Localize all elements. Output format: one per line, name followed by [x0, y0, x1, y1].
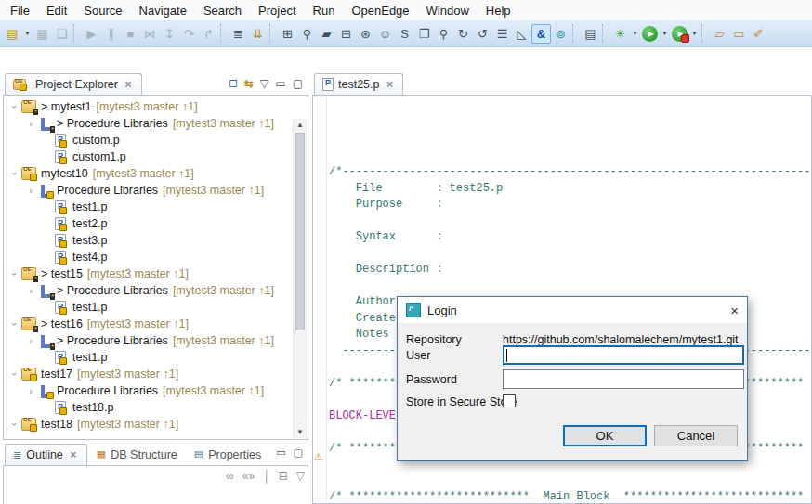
expander-icon[interactable]	[8, 101, 21, 112]
password-input[interactable]	[503, 369, 744, 389]
close-icon[interactable]	[730, 303, 739, 318]
view-menu-icon[interactable]: ▽	[296, 470, 305, 483]
tree-item[interactable]: mytest10 [mytest3 master ↑1]	[5, 165, 293, 182]
maximize-icon[interactable]: ▢	[293, 77, 303, 90]
menu-source[interactable]: Source	[75, 1, 130, 20]
tree-item[interactable]: test18.p	[5, 399, 293, 416]
filter-connections-icon[interactable]: ∞	[226, 470, 234, 483]
person-icon[interactable]: ☺	[375, 24, 395, 44]
ampersand-icon[interactable]: &	[531, 24, 551, 44]
web-icon[interactable]: ⊚	[551, 24, 570, 44]
tree-item[interactable]: test1.p	[5, 199, 293, 215]
menu-file[interactable]: File	[2, 1, 38, 20]
menu-help[interactable]: Help	[478, 1, 519, 20]
minimize-icon[interactable]: ▭	[275, 77, 285, 90]
debug-icon[interactable]: ✳	[610, 24, 630, 44]
collapse-all-icon[interactable]: ⊟	[279, 470, 288, 483]
close-icon[interactable]	[68, 448, 79, 461]
menu-window[interactable]: Window	[418, 1, 478, 20]
run-icon[interactable]: ▶	[642, 26, 658, 42]
tree-item[interactable]: > Procedure Libraries [mytest3 master ↑1…	[5, 332, 293, 349]
mark-occurrences-icon[interactable]: ≣	[229, 24, 248, 44]
warning-icon[interactable]	[314, 451, 323, 463]
ruler-icon[interactable]: ◺	[512, 24, 531, 44]
views-grid-icon[interactable]: ⊟	[336, 24, 356, 44]
expander-icon[interactable]	[24, 385, 37, 396]
new-dropdown-icon[interactable]: ▾	[22, 24, 33, 44]
window-restore-icon[interactable]: ❐	[414, 24, 434, 44]
suspend-icon[interactable]: ∥	[101, 24, 121, 44]
menu-project[interactable]: Project	[250, 1, 304, 20]
collapse-all-icon[interactable]: ⊟	[229, 77, 238, 90]
tree-item[interactable]: test17 [mytest3 master ↑1]	[5, 366, 293, 382]
profile-dropdown-icon[interactable]: ▾	[689, 24, 700, 44]
refresh-icon[interactable]: ↻	[453, 24, 473, 44]
search-icon[interactable]: ⚲	[297, 24, 317, 44]
checkin-icon[interactable]: ⊛	[356, 24, 375, 44]
run-dropdown-icon[interactable]: ▾	[660, 24, 670, 44]
step-return-icon[interactable]: ↱	[199, 24, 218, 44]
tab-project-explorer[interactable]: Project Explorer	[5, 73, 142, 95]
tree-item[interactable]: test4.p	[5, 249, 293, 265]
expander-icon[interactable]	[24, 185, 37, 196]
layers-icon[interactable]: ☰	[492, 24, 512, 44]
tree-item[interactable]: custom1.p	[5, 149, 293, 165]
tree-item[interactable]: Procedure Libraries [mytest3 master ↑1]	[5, 382, 293, 399]
scroll-up-icon[interactable]: ▲	[294, 121, 307, 129]
zoom-icon[interactable]: ⚲	[434, 24, 453, 44]
open-folder-icon[interactable]: ▭	[729, 24, 749, 44]
profile-icon[interactable]: ▶	[672, 26, 688, 42]
tree-item[interactable]: > test15 [mytest3 master ↑1]	[5, 265, 293, 282]
console-icon[interactable]: ▰	[317, 24, 336, 44]
close-icon[interactable]	[123, 78, 134, 91]
save-icon[interactable]: ▦	[33, 24, 52, 44]
expander-icon[interactable]	[24, 118, 37, 129]
sync-icon[interactable]: S	[395, 24, 414, 44]
open-perspective-icon[interactable]: ⊞	[278, 24, 297, 44]
expander-icon[interactable]	[8, 168, 21, 179]
new-wizard-icon[interactable]: ▤	[3, 24, 22, 44]
close-icon[interactable]	[384, 78, 395, 91]
disconnect-icon[interactable]: ⋈	[140, 24, 160, 44]
tree-item[interactable]: test1.p	[5, 299, 293, 316]
terminate-icon[interactable]: ■	[121, 24, 140, 44]
filter-members-icon[interactable]: «»	[242, 470, 255, 483]
step-into-icon[interactable]: ↧	[160, 24, 179, 44]
menu-navigate[interactable]: Navigate	[131, 1, 195, 20]
save-all-icon[interactable]: ❏	[52, 24, 72, 44]
brush-icon[interactable]: ✐	[749, 24, 768, 44]
link-with-editor-icon[interactable]: ⇆	[244, 77, 254, 90]
debug-dropdown-icon[interactable]: ▾	[630, 24, 640, 44]
expander-icon[interactable]	[24, 335, 37, 346]
tab-properties[interactable]: ▤ Properties	[187, 444, 268, 465]
step-over-icon[interactable]: ↷	[179, 24, 199, 44]
tree-scrollbar[interactable]: ▲ ▼	[293, 119, 307, 438]
expander-icon[interactable]	[24, 285, 37, 296]
menu-search[interactable]: Search	[195, 1, 250, 20]
menu-edit[interactable]: Edit	[38, 1, 75, 20]
tree-item[interactable]: test1.p	[5, 349, 293, 366]
tree-item[interactable]: Procedure Libraries [mytest3 master ↑1]	[5, 182, 293, 199]
tree-item[interactable]: > test16 [mytest3 master ↑1]	[5, 316, 293, 332]
ok-button[interactable]: OK	[563, 425, 647, 446]
tree-item[interactable]: test18 [mytest3 master ↑1]	[5, 416, 293, 433]
expander-icon[interactable]	[8, 318, 21, 330]
tree-item[interactable]: test3.p	[5, 232, 293, 249]
secure-store-checkbox[interactable]	[503, 394, 516, 407]
expander-icon[interactable]	[8, 268, 21, 279]
scrollbar-thumb[interactable]	[295, 133, 305, 330]
report-icon[interactable]: ▤	[581, 24, 600, 44]
scroll-down-icon[interactable]: ▼	[294, 428, 307, 436]
minimize-icon[interactable]: ▭	[276, 446, 285, 459]
maximize-icon[interactable]: ▢	[294, 446, 303, 459]
open-file-icon[interactable]: ▱	[710, 24, 729, 44]
tree-item[interactable]: > Procedure Libraries [mytest3 master ↑1…	[5, 115, 293, 132]
login-dialog-titlebar[interactable]: Login	[398, 297, 747, 323]
resume-icon[interactable]: ▶	[82, 24, 101, 44]
tree-item[interactable]: > mytest1 [mytest3 master ↑1]	[5, 98, 293, 115]
rotate-icon[interactable]: ↺	[473, 24, 492, 44]
menu-run[interactable]: Run	[305, 1, 344, 20]
cancel-button[interactable]: Cancel	[654, 425, 738, 446]
tree-item[interactable]: > Procedure Libraries [mytest3 master ↑1…	[5, 282, 293, 299]
tree-item[interactable]: custom.p	[5, 132, 293, 149]
